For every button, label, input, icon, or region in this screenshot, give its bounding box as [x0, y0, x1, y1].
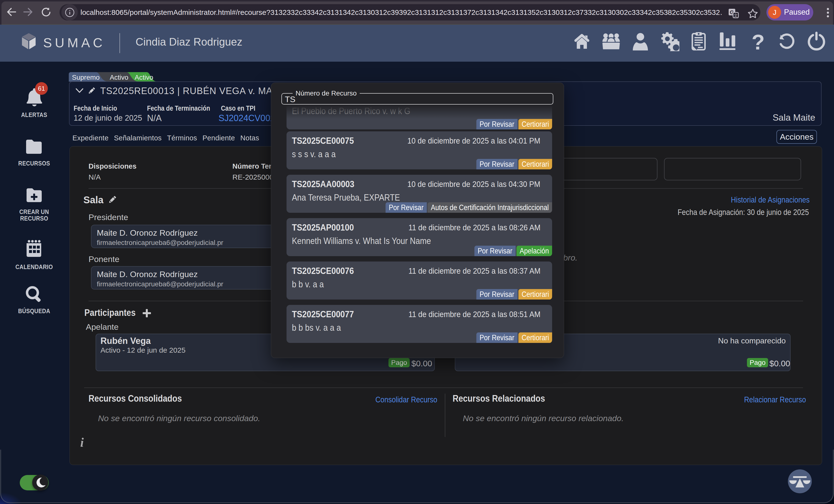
svg-text:文: 文: [734, 14, 738, 18]
